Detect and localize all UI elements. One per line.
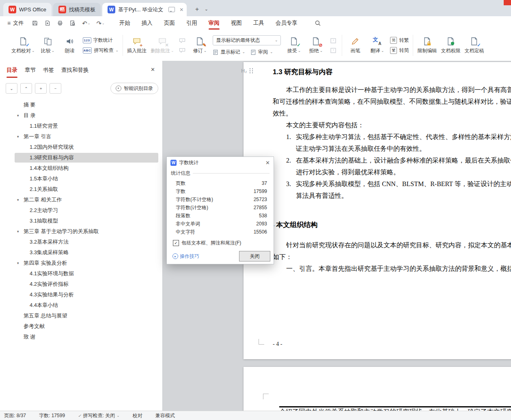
review-pane-button[interactable]: 审阅 ⌄ — [250, 49, 273, 56]
tab-wps-home[interactable]: W WPS Office — [3, 3, 52, 16]
sidebar-tab[interactable]: 章节 — [25, 66, 36, 74]
restrict-editing-button[interactable]: 限制编辑 — [417, 37, 437, 54]
tab-docer-template[interactable]: 稻 找稿壳模板 — [53, 3, 101, 16]
ink-brush-button[interactable]: 画笔 — [346, 37, 364, 54]
menu-tab[interactable]: 审阅 — [204, 17, 224, 30]
heading-level-marker[interactable]: H₂ — [241, 68, 254, 74]
previous-comment-button[interactable]: ‹ — [178, 37, 187, 44]
toc-tree-item[interactable]: 2.2主动学习 — [0, 205, 162, 216]
toc-tree-item[interactable]: 1.5本章小结 — [0, 174, 162, 184]
save-button[interactable] — [32, 20, 38, 26]
document-permission-button[interactable]: 文档权限 — [441, 37, 460, 54]
tree-expand-arrow[interactable]: ▾ — [17, 261, 24, 265]
tips-link[interactable]: ▸ 操作技巧 — [172, 253, 199, 260]
finalize-document-button[interactable]: ✓ 文档定稿 — [464, 37, 484, 54]
toc-tree-item[interactable]: 1.2国内外研究现状 — [0, 142, 162, 152]
print-button[interactable] — [57, 20, 63, 26]
sidebar-tab[interactable]: 查找和替换 — [61, 66, 89, 74]
tab-current-document[interactable]: W 基于Pyt... 毕业论文 ✕ — [102, 3, 187, 16]
doc-proof-button[interactable]: ✓ 文档校对⌄ — [11, 37, 35, 54]
toc-tree-item[interactable]: 1.4本文组织结构 — [0, 163, 162, 174]
next-comment-button[interactable]: › — [178, 47, 187, 54]
close-button[interactable]: 关闭 — [239, 251, 270, 261]
menu-tab[interactable]: 引用 — [181, 17, 202, 30]
tree-expand-arrow[interactable]: ▾ — [17, 114, 24, 118]
toc-tree-item[interactable]: ▾ 第三章 基于主动学习的关系抽取 — [0, 226, 162, 237]
file-menu-button[interactable]: ≡ 文件 — [5, 18, 26, 28]
status-page-indicator[interactable]: 页面: 8/37 — [4, 412, 26, 419]
toc-tree-item[interactable]: 4.4本章小结 — [0, 300, 162, 311]
menu-tab[interactable]: 页面 — [159, 17, 180, 30]
undo-button[interactable]: ↶ ⌄ — [82, 20, 90, 26]
toc-tree-item[interactable]: 4.2实验评价指标 — [0, 279, 162, 289]
traditional-to-simplified-button[interactable]: 繁 转简 — [390, 47, 409, 54]
document-page-5[interactable]: 介绍了国内外当前关系抽取和主动学习的研究现状，在此基础上，确定了本文研究 — [244, 367, 511, 411]
toc-tree-item[interactable]: 3.3集成采样策略 — [0, 247, 162, 258]
read-aloud-button[interactable]: 朗读 — [61, 37, 79, 54]
dialog-close-icon[interactable]: ✕ — [265, 160, 270, 165]
sidebar-tab[interactable]: 目录 — [6, 66, 17, 74]
expand-all-button[interactable]: ⌃ — [20, 83, 32, 94]
stat-value: 25723 — [254, 197, 267, 202]
dialog-titlebar[interactable]: W 字数统计 ✕ — [167, 157, 274, 168]
new-tab-button[interactable]: ＋ — [192, 4, 202, 14]
stat-row: 段落数 538 — [176, 212, 267, 220]
export-pdf-button[interactable] — [44, 20, 51, 26]
show-markup-button[interactable]: 显示标记 ⌄ — [213, 49, 245, 56]
toc-tree-item[interactable]: 3.2基本采样方法 — [0, 237, 162, 247]
toc-tree-item[interactable]: ▾ 目 录 — [0, 110, 162, 121]
previous-change-button[interactable]: ‹ — [329, 37, 338, 44]
menu-tab[interactable]: 视图 — [226, 17, 247, 30]
toc-tree-item[interactable]: 3.1抽取模型 — [0, 216, 162, 226]
delete-comment-button[interactable]: ✕ 删除批注⌄ — [151, 37, 174, 54]
translate-button[interactable]: 文 A 翻译⌄ — [368, 37, 386, 54]
sidebar-tab[interactable]: 书签 — [43, 66, 54, 74]
status-compat-mode[interactable]: 兼容模式 — [155, 412, 175, 419]
word-count-button[interactable]: 123 字数统计 — [83, 37, 119, 44]
spell-check-button[interactable]: ABC 拼写检查 ⌄ — [83, 47, 119, 54]
toc-tree-item[interactable]: 4.3实验结果与分析 — [0, 289, 162, 300]
status-spellcheck[interactable]: ✓ 拼写检查: 关闭 ⌄ — [78, 412, 120, 419]
search-button[interactable] — [315, 20, 321, 26]
toc-tree-item[interactable]: 4.1实验环境与数据 — [0, 268, 162, 279]
toc-tree-item[interactable]: 参考文献 — [0, 321, 162, 332]
include-footnotes-checkbox[interactable]: ✓ 包括文本框、脚注和尾注(F) — [173, 240, 274, 246]
zoom-in-outline-button[interactable]: ＋ — [35, 83, 47, 94]
markup-state-combobox[interactable]: 显示标记的最终状态 ⌄ — [213, 35, 281, 45]
drag-handle-icon[interactable] — [249, 68, 254, 74]
simplified-to-traditional-button[interactable]: 简 转繁 — [390, 37, 409, 44]
next-change-button[interactable]: › — [329, 47, 338, 54]
print-preview-button[interactable] — [69, 20, 76, 26]
toc-tree-item[interactable]: 1.1研究背景 — [0, 121, 162, 131]
tree-expand-arrow[interactable]: ▾ — [17, 230, 24, 234]
menu-tab[interactable]: 工具 — [248, 17, 269, 30]
tab-close-icon[interactable]: ✕ — [179, 7, 183, 12]
toc-tree-item[interactable]: 第五章 总结与展望 — [0, 311, 162, 321]
compare-button[interactable]: 比较⌄ — [39, 37, 57, 54]
toc-tree-item[interactable]: 致 谢 — [0, 332, 162, 342]
menu-tab[interactable]: 会员专享 — [271, 17, 302, 30]
toc-tree-item[interactable]: ▾ 第二章 相关工作 — [0, 195, 162, 205]
tree-expand-arrow[interactable]: ▾ — [17, 135, 24, 139]
tab-list-dropdown-icon[interactable]: ⌄ — [202, 4, 210, 14]
toc-tree-item[interactable]: ▾ 第一章 引言 — [0, 131, 162, 142]
reject-change-button[interactable]: ⊘ 拒绝⌄ — [307, 37, 325, 54]
toc-tree-item[interactable]: 2.1关系抽取 — [0, 184, 162, 195]
accept-change-button[interactable]: ✓ 接受⌄ — [285, 37, 303, 54]
toc-tree-item[interactable]: 摘 要 — [0, 100, 162, 110]
menu-tab[interactable]: 插入 — [137, 17, 157, 30]
track-changes-button[interactable]: ✎ 修订⌄ — [191, 37, 209, 54]
insert-comment-button[interactable]: ＋ 插入批注 — [127, 37, 147, 54]
toc-tree-item[interactable]: ▾ 第四章 实验及分析 — [0, 258, 162, 268]
collapse-all-button[interactable]: ⌄ — [6, 83, 17, 94]
sidebar-close-icon[interactable]: ✕ — [151, 67, 155, 72]
redo-button[interactable]: ↷ ⌄ — [96, 20, 104, 26]
document-page-4[interactable]: H₂ 1.3 研究目标与内容 本工作的主要目标是设计一种基于主动学习的关系抽取方… — [244, 62, 511, 359]
tree-expand-arrow[interactable]: ▾ — [17, 198, 24, 202]
status-proofing[interactable]: 校对 — [133, 412, 142, 419]
toc-tree-item[interactable]: 1.3研究目标与内容 — [0, 152, 162, 163]
smart-toc-button[interactable]: 智能识别目录 — [110, 83, 158, 94]
menu-tab[interactable]: 开始 — [114, 17, 135, 30]
zoom-out-outline-button[interactable]: － — [50, 83, 61, 94]
status-word-count[interactable]: 字数: 17599 — [39, 412, 65, 419]
